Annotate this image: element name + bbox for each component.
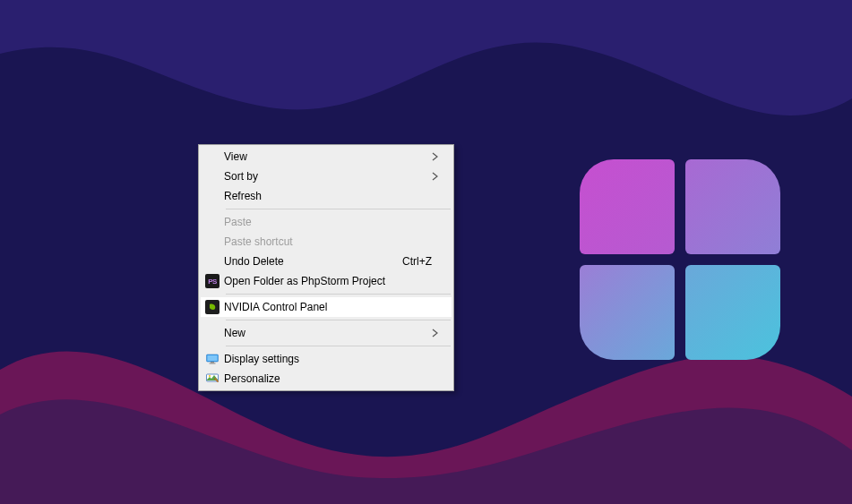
chevron-right-icon xyxy=(432,152,444,161)
menu-item-label: Paste shortcut xyxy=(224,235,432,248)
menu-item-label: NVIDIA Control Panel xyxy=(224,301,432,313)
chevron-right-icon xyxy=(432,172,444,181)
phpstorm-icon: PS xyxy=(201,274,224,288)
menu-item-view[interactable]: View xyxy=(201,147,452,167)
display-icon xyxy=(201,352,224,366)
svg-point-5 xyxy=(209,375,211,377)
menu-item-undo-delete[interactable]: Undo Delete Ctrl+Z xyxy=(201,252,452,271)
menu-item-refresh[interactable]: Refresh xyxy=(201,186,452,206)
menu-item-label: Paste xyxy=(224,216,432,228)
menu-item-paste: Paste xyxy=(201,212,452,232)
desktop[interactable]: View Sort by Refresh Paste Paste short xyxy=(0,0,852,504)
menu-item-nvidia[interactable]: NVIDIA Control Panel xyxy=(201,297,452,317)
menu-item-label: View xyxy=(224,150,432,163)
menu-separator xyxy=(226,346,451,346)
desktop-context-menu: View Sort by Refresh Paste Paste short xyxy=(198,144,454,391)
svg-rect-3 xyxy=(210,363,216,364)
menu-item-label: Display settings xyxy=(224,353,432,365)
menu-item-display-settings[interactable]: Display settings xyxy=(201,349,452,369)
svg-rect-1 xyxy=(208,355,218,361)
menu-item-phpstorm[interactable]: PS Open Folder as PhpStorm Project xyxy=(201,271,452,291)
chevron-right-icon xyxy=(432,329,444,337)
menu-item-label: Sort by xyxy=(224,170,432,183)
menu-item-paste-shortcut: Paste shortcut xyxy=(201,232,452,252)
nvidia-icon xyxy=(201,300,224,314)
menu-separator xyxy=(226,209,451,209)
menu-item-label: Open Folder as PhpStorm Project xyxy=(224,275,432,287)
menu-separator xyxy=(226,294,451,295)
menu-item-label: Refresh xyxy=(224,190,432,202)
svg-rect-2 xyxy=(211,362,214,363)
menu-item-label: Undo Delete xyxy=(224,255,393,268)
menu-item-new[interactable]: New xyxy=(201,323,452,343)
menu-item-sort-by[interactable]: Sort by xyxy=(201,167,452,186)
menu-item-shortcut: Ctrl+Z xyxy=(402,255,432,268)
menu-separator xyxy=(226,320,451,320)
menu-item-personalize[interactable]: Personalize xyxy=(201,369,452,389)
personalize-icon xyxy=(201,372,224,386)
menu-item-label: Personalize xyxy=(224,372,432,385)
windows-logo xyxy=(580,159,780,360)
menu-item-label: New xyxy=(224,327,432,339)
